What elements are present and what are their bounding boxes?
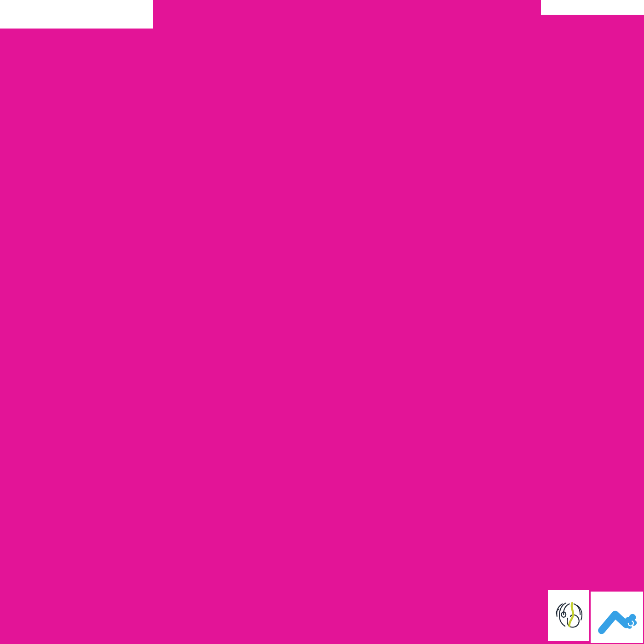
map-overlays bbox=[0, 0, 644, 644]
tirol-logo-box bbox=[591, 592, 643, 643]
map-title-box bbox=[0, 0, 153, 29]
model-box bbox=[541, 0, 644, 15]
snowline-weather-map bbox=[0, 0, 644, 644]
geosphere-contours-icon bbox=[552, 601, 585, 630]
tirol-mountain-icon bbox=[596, 598, 638, 637]
map-title bbox=[4, 0, 150, 15]
geosphere-logo-box bbox=[548, 590, 589, 641]
